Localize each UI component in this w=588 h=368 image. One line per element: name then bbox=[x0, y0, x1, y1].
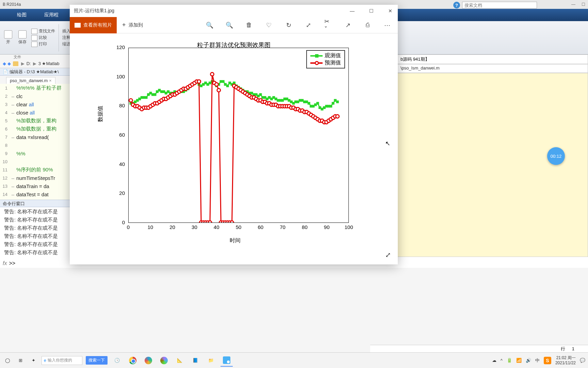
compare-button[interactable]: 比较 bbox=[31, 35, 55, 41]
tray-volume-icon[interactable]: 🔊 bbox=[526, 358, 531, 363]
y-tick: 100 bbox=[113, 74, 125, 79]
editor-file-tab[interactable]: pso_lsm_danwei.m × bbox=[6, 77, 55, 84]
print-button[interactable]: 打印 bbox=[31, 41, 55, 47]
delete-icon[interactable]: 🗑 bbox=[245, 21, 253, 29]
app-clock[interactable]: 🕓 bbox=[111, 354, 123, 367]
app-photos[interactable] bbox=[220, 354, 233, 367]
y-tick: 60 bbox=[113, 132, 125, 138]
app-vscode[interactable]: 📘 bbox=[189, 354, 201, 367]
svg-rect-92 bbox=[332, 102, 334, 105]
indent-button[interactable]: 缩进 bbox=[62, 41, 70, 47]
matlab-maximize-btn[interactable]: ☐ bbox=[582, 2, 585, 7]
tray-network-icon[interactable]: 📶 bbox=[516, 358, 522, 363]
svg-point-135 bbox=[217, 89, 220, 92]
ribbon-tab-plot[interactable]: 绘图 bbox=[17, 12, 27, 18]
matlab-title-text: B R2014a bbox=[3, 2, 21, 7]
save-icon bbox=[18, 30, 27, 39]
photos-window: 照片 - 运行结果1.jpg — ☐ ✕ 查看所有照片 + 添加到 🔍 🔍 🗑 … bbox=[70, 5, 398, 264]
legend-predicted-label: 预测值 bbox=[325, 59, 341, 66]
zoom-out-icon: 🔍 bbox=[226, 21, 233, 29]
photos-close-btn[interactable]: ✕ bbox=[387, 8, 394, 14]
print-icon bbox=[31, 42, 37, 47]
x-tick: 50 bbox=[236, 224, 242, 230]
tray-notifications-icon[interactable]: 💬 bbox=[580, 358, 585, 363]
svg-point-141 bbox=[230, 221, 234, 223]
svg-point-126 bbox=[197, 80, 201, 83]
workspace-header: b源码 941期】 bbox=[397, 55, 588, 64]
legend-observed-icon bbox=[310, 55, 323, 57]
x-axis-label: 时间 bbox=[230, 237, 241, 244]
tray-onedrive-icon[interactable]: ☁ bbox=[492, 358, 496, 363]
plot-area: 观测值 预测值 bbox=[128, 48, 349, 223]
taskbar-clock[interactable]: 21:02 周一 2021/11/22 bbox=[555, 355, 576, 365]
current-file-line[interactable]: \pso_lsm_danwei.m bbox=[397, 64, 588, 73]
x-tick: 80 bbox=[302, 224, 308, 230]
y-axis-label: 数据值 bbox=[97, 106, 104, 122]
x-tick: 40 bbox=[214, 224, 219, 230]
view-all-icon bbox=[75, 23, 81, 28]
ribbon-tab-apps[interactable]: 应用程 bbox=[44, 12, 59, 18]
folder-icon bbox=[13, 61, 18, 66]
fullscreen-icon[interactable]: ⤢ bbox=[385, 251, 391, 259]
legend-observed-label: 观测值 bbox=[325, 52, 341, 59]
open-button[interactable]: 开 bbox=[3, 30, 14, 46]
add-to-button[interactable]: + 添加到 bbox=[117, 21, 148, 29]
tab-close-icon[interactable]: × bbox=[49, 78, 52, 83]
print-icon[interactable]: ⎙ bbox=[364, 21, 371, 29]
workspace-panel[interactable] bbox=[397, 73, 588, 257]
taskbar-search-button[interactable]: 搜索一下 bbox=[86, 356, 108, 365]
doc-search-input[interactable] bbox=[462, 2, 537, 9]
open-icon bbox=[4, 30, 12, 39]
app-matlab[interactable]: 📐 bbox=[174, 354, 186, 367]
fx-icon[interactable]: fx bbox=[3, 260, 7, 266]
x-tick: 100 bbox=[344, 224, 353, 230]
comment-button[interactable]: 注释 bbox=[62, 35, 70, 41]
insert-button[interactable]: 插入 bbox=[62, 28, 70, 34]
x-tick: 20 bbox=[169, 224, 175, 230]
x-tick: 60 bbox=[258, 224, 263, 230]
svg-point-189 bbox=[336, 115, 339, 118]
zoom-in-icon[interactable]: 🔍 bbox=[206, 21, 213, 29]
matlab-help-search: ? bbox=[453, 1, 537, 9]
plus-icon: + bbox=[122, 21, 126, 29]
find-files-button[interactable]: 查找文件 bbox=[31, 28, 55, 34]
x-tick: 30 bbox=[192, 224, 197, 230]
tray-battery-icon[interactable]: 🔋 bbox=[507, 358, 512, 363]
rotate-icon[interactable]: ↻ bbox=[285, 21, 292, 29]
share-icon[interactable]: ↗ bbox=[344, 21, 352, 29]
help-icon[interactable]: ? bbox=[453, 2, 460, 9]
app-chrome[interactable] bbox=[127, 354, 139, 367]
favorite-icon[interactable]: ♡ bbox=[265, 21, 273, 29]
edit-icon[interactable]: ✂ ˅ bbox=[324, 21, 332, 29]
tray-ime-icon[interactable]: 中 bbox=[535, 357, 540, 364]
view-all-photos-button[interactable]: 查看所有照片 bbox=[70, 17, 117, 33]
x-tick: 70 bbox=[280, 224, 285, 230]
taskbar-search[interactable]: e输入你想搜的 bbox=[42, 356, 82, 365]
svg-rect-44 bbox=[226, 85, 229, 87]
timer-widget[interactable]: 00:12 bbox=[547, 147, 565, 165]
tray-up-icon[interactable]: ^ bbox=[501, 358, 503, 363]
photos-toolbar: 查看所有照片 + 添加到 🔍 🔍 🗑 ♡ ↻ ⤢ ✂ ˅ ↗ ⎙ ⋯ bbox=[70, 17, 398, 33]
app-cortana[interactable] bbox=[158, 354, 170, 367]
taskbar: ◯ ⊞ ✦ e输入你想搜的 搜索一下 🕓 📐 📘 📁 ☁ ^ 🔋 📶 🔊 中 S… bbox=[0, 352, 588, 368]
save-button[interactable]: 保存 bbox=[17, 30, 28, 46]
photos-minimize-btn[interactable]: — bbox=[349, 8, 356, 14]
command-prompt: >> bbox=[9, 260, 15, 266]
tray-sogou-icon[interactable]: S bbox=[544, 357, 551, 364]
more-icon[interactable]: ⋯ bbox=[383, 21, 391, 29]
photo-canvas[interactable]: 粒子群算法优化预测效果图 数据值 时间 020406080100120 0102… bbox=[70, 33, 398, 264]
start-button[interactable]: ◯ bbox=[3, 356, 12, 365]
y-tick: 40 bbox=[113, 161, 125, 167]
crop-icon[interactable]: ⤢ bbox=[305, 21, 312, 29]
find-icon bbox=[31, 29, 37, 34]
task-view-button[interactable]: ⊞ bbox=[16, 356, 25, 365]
photos-maximize-btn[interactable]: ☐ bbox=[368, 8, 375, 14]
copilot-icon[interactable]: ✦ bbox=[29, 356, 38, 365]
matlab-minimize-btn[interactable]: — bbox=[571, 2, 575, 7]
y-tick: 0 bbox=[113, 219, 125, 225]
app-explorer[interactable]: 📁 bbox=[205, 354, 217, 367]
svg-point-95 bbox=[129, 99, 132, 102]
svg-rect-91 bbox=[329, 105, 332, 108]
app-edge[interactable] bbox=[142, 354, 154, 367]
y-tick: 120 bbox=[113, 44, 125, 50]
